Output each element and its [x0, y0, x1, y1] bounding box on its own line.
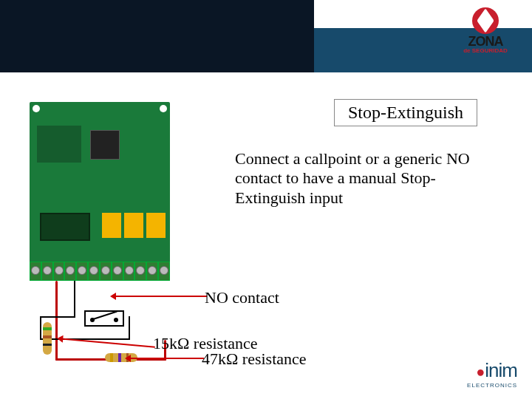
- circuit-board-illustration: [30, 102, 170, 281]
- chip-icon: [90, 130, 120, 160]
- brand-logo-zona: ZONA de SEGURIDAD: [452, 7, 519, 54]
- wiring-schematic: [30, 281, 177, 369]
- label-no-contact: NO contact: [205, 288, 279, 307]
- terminal-block: [30, 262, 170, 281]
- zona-brand-sub: de SEGURIDAD: [452, 47, 519, 54]
- relay-icon: [146, 213, 166, 238]
- inim-brand-sub: ELECTRONICS: [467, 382, 517, 389]
- slide-title: Stop-Extinguish: [334, 99, 477, 126]
- arrow-icon: [112, 296, 207, 297]
- resistor-15k-icon: [43, 322, 52, 355]
- brand-logo-inim: ●inim ELECTRONICS: [467, 359, 517, 389]
- header-dark-block: [0, 0, 314, 72]
- relay-icon: [124, 213, 143, 238]
- arrow-icon: [127, 358, 204, 359]
- no-contact-switch-icon: [84, 310, 124, 327]
- inim-dot-icon: ●: [476, 364, 485, 380]
- inim-brand-text: inim: [485, 359, 517, 381]
- description-text: Connect a callpoint or a generic NO cont…: [235, 149, 479, 208]
- relay-icon: [102, 213, 121, 238]
- zona-brand-text: ZONA: [452, 35, 519, 47]
- zona-mark-icon: [472, 7, 499, 34]
- label-47k-resistance: 47kΩ resistance: [202, 349, 307, 369]
